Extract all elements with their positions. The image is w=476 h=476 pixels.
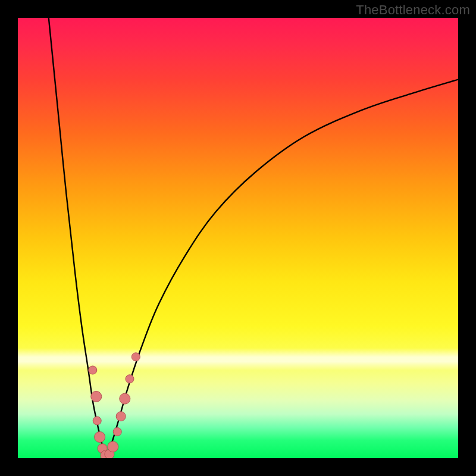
data-bead	[108, 441, 118, 452]
bead-group	[89, 353, 140, 458]
data-bead	[116, 412, 126, 421]
chart-frame: TheBottleneck.com	[0, 0, 476, 476]
data-bead	[113, 428, 121, 436]
watermark-text: TheBottleneck.com	[356, 2, 470, 18]
data-bead	[93, 416, 101, 425]
bottleneck-curve-right	[106, 80, 458, 458]
data-bead	[126, 375, 134, 383]
data-bead	[91, 391, 102, 402]
data-bead	[120, 393, 130, 404]
data-bead	[131, 353, 140, 361]
data-bead	[95, 431, 105, 442]
plot-area	[18, 18, 458, 458]
curve-layer	[18, 18, 458, 458]
data-bead	[89, 366, 97, 374]
